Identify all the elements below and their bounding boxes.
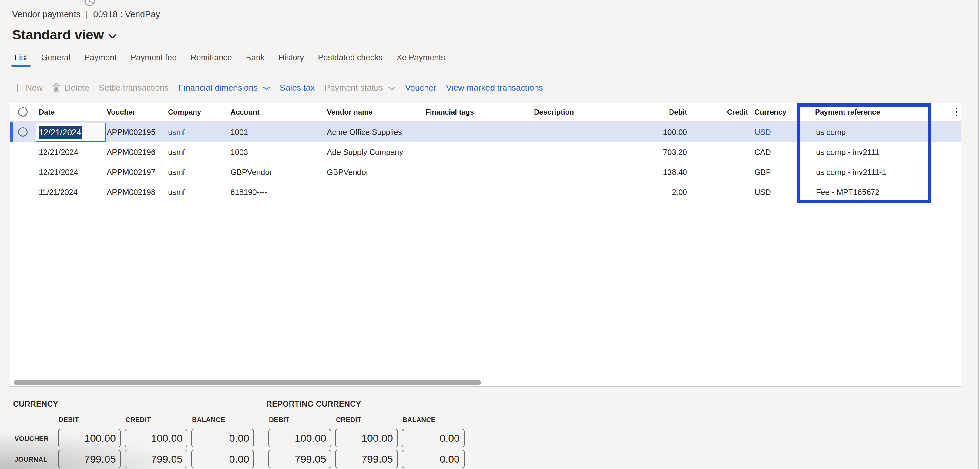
select-all-radio[interactable] — [18, 107, 28, 117]
reporting-balance-header: BALANCE — [402, 416, 436, 424]
table-row[interactable]: 12/21/2024 APPM002197 usmf GBPVendor GBP… — [10, 162, 961, 182]
reporting-voucher-balance-field[interactable]: 0.00 — [402, 429, 465, 447]
cell-date[interactable]: 12/21/2024 — [39, 162, 78, 182]
reporting-journal-debit-field[interactable]: 799.05 — [268, 450, 331, 468]
cell-company[interactable]: usmf — [168, 142, 185, 162]
cell-vendor[interactable]: GBPVendor — [327, 162, 368, 182]
reporting-voucher-debit-field[interactable]: 100.00 — [268, 429, 331, 447]
cell-payref[interactable]: Fee - MPT185672 — [816, 182, 880, 202]
cell-debit[interactable]: 100.00 — [596, 122, 687, 142]
table-row[interactable]: 12/21/2024 APPM002195 usmf 1001 Acme Off… — [10, 122, 961, 142]
payment-status-button[interactable]: Payment status — [325, 83, 395, 93]
payment-status-label: Payment status — [325, 83, 383, 93]
voucher-button[interactable]: Voucher — [405, 83, 436, 93]
cell-debit[interactable]: 2.00 — [596, 182, 687, 202]
company-link[interactable]: usmf — [168, 122, 185, 142]
cell-company[interactable]: usmf — [168, 162, 185, 182]
table-row[interactable]: 12/21/2024 APPM002196 usmf 1003 Ade Supp… — [10, 142, 961, 162]
cell-payref[interactable]: us comp — [816, 122, 846, 142]
delete-button[interactable]: Delete — [52, 83, 89, 93]
tab-xe-payments[interactable]: Xe Payments — [397, 53, 445, 67]
chevron-down-icon — [388, 86, 395, 90]
tab-list[interactable]: List — [14, 53, 27, 67]
table-row[interactable]: 11/21/2024 APPM002198 usmf 618190---- 2.… — [10, 182, 961, 202]
reporting-currency-section-label: REPORTING CURRENCY — [266, 399, 361, 409]
view-title-chevron-down-icon[interactable] — [108, 34, 116, 39]
new-button-label: New — [26, 83, 43, 93]
column-header-account[interactable]: Account — [231, 103, 259, 121]
journal-lines-grid: Date Voucher Company Account Vendor name… — [10, 103, 961, 387]
plus-icon — [13, 84, 22, 92]
new-button[interactable]: New — [13, 83, 43, 93]
cell-currency[interactable]: USD — [754, 182, 771, 202]
column-header-credit[interactable]: Credit — [657, 103, 748, 121]
tab-general[interactable]: General — [41, 53, 70, 67]
breadcrumb: Vendor payments|00918 : VendPay — [12, 10, 160, 19]
cell-account[interactable]: GBPVendor — [231, 162, 272, 182]
tab-history[interactable]: History — [278, 53, 304, 67]
reporting-debit-header: DEBIT — [269, 416, 290, 424]
cell-vendor[interactable]: Acme Office Supplies — [327, 122, 402, 142]
column-header-company[interactable]: Company — [168, 103, 201, 121]
trash-icon — [52, 83, 60, 93]
tab-remittance[interactable]: Remittance — [191, 53, 232, 67]
currency-journal-balance-field[interactable]: 0.00 — [191, 450, 254, 468]
currency-voucher-credit-field[interactable]: 100.00 — [125, 429, 188, 447]
tab-postdated-checks[interactable]: Postdated checks — [318, 53, 382, 67]
cell-company[interactable]: usmf — [168, 182, 185, 202]
cell-account[interactable]: 1001 — [231, 122, 248, 142]
currency-journal-credit-field[interactable]: 799.05 — [125, 450, 188, 468]
cell-currency[interactable]: GBP — [754, 162, 771, 182]
currency-voucher-balance-field[interactable]: 0.00 — [191, 429, 254, 447]
grid-header-row: Date Voucher Company Account Vendor name… — [10, 103, 961, 122]
column-header-date[interactable]: Date — [39, 103, 54, 121]
view-title-label[interactable]: Standard view — [12, 27, 104, 43]
cell-voucher[interactable]: APPM002196 — [107, 142, 155, 162]
date-input-selected-text: 12/21/2024 — [38, 126, 81, 139]
voucher-row-label: VOUCHER — [14, 435, 49, 443]
horizontal-scrollbar[interactable] — [14, 380, 481, 385]
reporting-voucher-credit-field[interactable]: 100.00 — [335, 429, 398, 447]
column-header-description[interactable]: Description — [534, 103, 574, 121]
cell-voucher[interactable]: APPM002198 — [107, 182, 155, 202]
cell-account[interactable]: 1003 — [231, 142, 248, 162]
cell-vendor[interactable]: Ade Supply Company — [327, 142, 403, 162]
cell-payref[interactable]: us comp - inv2111-1 — [816, 162, 886, 182]
cell-debit[interactable]: 138.40 — [596, 162, 687, 182]
sales-tax-button[interactable]: Sales tax — [280, 83, 315, 93]
currency-link[interactable]: USD — [754, 122, 771, 142]
cell-date[interactable]: 11/21/2024 — [39, 182, 78, 202]
settle-transactions-button[interactable]: Settle transactions — [99, 83, 169, 93]
reporting-credit-header: CREDIT — [336, 416, 361, 424]
column-header-currency[interactable]: Currency — [754, 103, 786, 121]
breadcrumb-page[interactable]: Vendor payments — [12, 10, 81, 19]
financial-dimensions-label: Financial dimensions — [178, 83, 258, 93]
currency-balance-header: BALANCE — [192, 416, 225, 424]
financial-dimensions-button[interactable]: Financial dimensions — [178, 83, 270, 93]
voucher-button-label: Voucher — [405, 83, 436, 93]
column-header-financial-tags[interactable]: Financial tags — [425, 103, 474, 121]
reporting-journal-balance-field[interactable]: 0.00 — [402, 450, 465, 468]
cell-voucher[interactable]: APPM002195 — [107, 122, 155, 142]
cell-account[interactable]: 618190---- — [231, 182, 267, 202]
reporting-journal-credit-field[interactable]: 799.05 — [335, 450, 398, 468]
column-header-payment-reference[interactable]: Payment reference — [815, 103, 880, 121]
row-selector-radio[interactable] — [18, 127, 28, 137]
not-allowed-cursor-icon — [84, 0, 95, 6]
breadcrumb-separator: | — [86, 10, 88, 19]
date-input[interactable]: 12/21/2024 — [36, 123, 106, 142]
cell-payref[interactable]: us comp - inv2111 — [816, 142, 879, 162]
more-options-icon[interactable] — [955, 108, 958, 117]
view-marked-transactions-button[interactable]: View marked transactions — [446, 83, 543, 93]
tab-payment-fee[interactable]: Payment fee — [131, 53, 177, 67]
currency-journal-debit-field[interactable]: 799.05 — [58, 450, 121, 468]
tab-bank[interactable]: Bank — [246, 53, 265, 67]
cell-voucher[interactable]: APPM002197 — [107, 162, 155, 182]
column-header-vendor-name[interactable]: Vendor name — [327, 103, 373, 121]
cell-date[interactable]: 12/21/2024 — [39, 142, 78, 162]
tab-payment[interactable]: Payment — [84, 53, 117, 67]
cell-debit[interactable]: 703.20 — [596, 142, 687, 162]
cell-currency[interactable]: CAD — [754, 142, 771, 162]
column-header-voucher[interactable]: Voucher — [107, 103, 135, 121]
currency-voucher-debit-field[interactable]: 100.00 — [58, 429, 121, 447]
